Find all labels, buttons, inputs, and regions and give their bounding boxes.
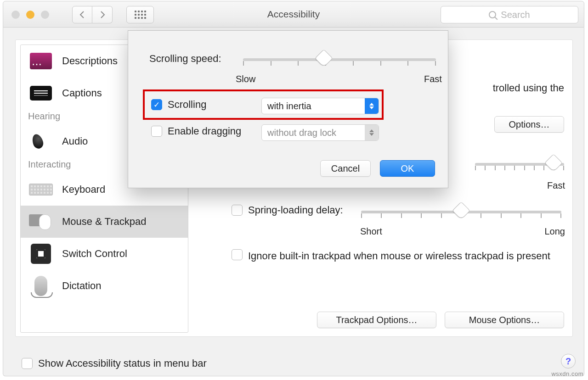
forward-button[interactable]: [92, 6, 113, 23]
dragging-mode-popup: without drag lock: [261, 124, 379, 141]
scrolling-mode-value: with inertia: [267, 101, 311, 112]
close-icon[interactable]: [11, 11, 20, 19]
help-button[interactable]: ?: [561, 354, 576, 369]
mouse-trackpad-icon: [28, 212, 54, 231]
mouse-keys-options-button[interactable]: Options…: [494, 116, 564, 133]
enable-dragging-checkbox[interactable]: [151, 126, 162, 137]
spring-loading-checkbox[interactable]: [232, 205, 243, 216]
search-placeholder: Search: [501, 10, 530, 20]
sidebar-item-label: Dictation: [62, 280, 102, 292]
mouse-options-button[interactable]: Mouse Options…: [445, 312, 564, 328]
captions-icon: [28, 84, 54, 103]
dragging-mode-value: without drag lock: [267, 128, 336, 138]
sidebar-item-label: Descriptions: [62, 55, 118, 67]
slider-label-short: Short: [360, 226, 382, 237]
scrolling-speed-label: Scrolling speed:: [149, 53, 221, 65]
chevron-updown-icon: [365, 125, 379, 140]
audio-icon: [28, 132, 54, 151]
back-button[interactable]: [72, 6, 92, 23]
cancel-button[interactable]: Cancel: [320, 160, 371, 177]
trackpad-options-button[interactable]: Trackpad Options…: [317, 312, 436, 328]
enable-dragging-label: Enable dragging: [168, 125, 241, 137]
show-status-checkbox[interactable]: [22, 358, 33, 369]
titlebar: Accessibility Search: [3, 1, 584, 28]
sidebar-item-switch-control[interactable]: Switch Control: [21, 238, 188, 270]
slider-label-fast: Fast: [424, 74, 442, 84]
window: Accessibility Search Descriptions Captio…: [0, 0, 588, 380]
keyboard-icon: [28, 180, 54, 199]
trackpad-options-sheet: Scrolling speed: Slow Fast Scrolling wit…: [128, 30, 448, 188]
ok-button[interactable]: OK: [380, 160, 435, 177]
minimize-icon[interactable]: [26, 11, 34, 19]
ignore-trackpad-label: Ignore built-in trackpad when mouse or w…: [248, 249, 550, 263]
grid-icon: [135, 11, 146, 19]
partial-text: trolled using the: [493, 82, 564, 94]
sidebar-item-label: Switch Control: [62, 248, 127, 260]
zoom-icon[interactable]: [41, 11, 49, 19]
show-all-button[interactable]: [126, 6, 154, 23]
spring-loading-label: Spring-loading delay:: [248, 204, 343, 216]
chevron-updown-icon: [365, 98, 379, 114]
sidebar-item-label: Captions: [62, 87, 102, 99]
footer: Show Accessibility status in menu bar: [22, 358, 207, 369]
scrolling-checkbox[interactable]: [151, 99, 162, 110]
descriptions-icon: [28, 51, 54, 71]
ignore-trackpad-checkbox[interactable]: [232, 249, 243, 260]
sidebar-item-label: Mouse & Trackpad: [62, 216, 146, 228]
search-field[interactable]: Search: [441, 6, 578, 23]
dictation-icon: [28, 276, 54, 296]
sidebar-item-mouse-trackpad[interactable]: Mouse & Trackpad: [21, 206, 188, 238]
scrolling-checkbox-label: Scrolling: [168, 99, 206, 111]
watermark: wsxdn.com: [551, 370, 583, 377]
sidebar-item-dictation[interactable]: Dictation: [21, 270, 188, 302]
switch-control-icon: [28, 244, 54, 263]
slider-label-fast: Fast: [547, 180, 565, 191]
slider-label-slow: Slow: [236, 74, 255, 84]
slider-label-long: Long: [545, 226, 565, 237]
show-status-label: Show Accessibility status in menu bar: [38, 358, 207, 369]
scrolling-mode-popup[interactable]: with inertia: [261, 98, 379, 114]
nav-segment: [72, 6, 113, 23]
sidebar-item-label: Keyboard: [62, 184, 105, 196]
traffic-lights: [11, 11, 49, 19]
search-icon: [489, 11, 496, 18]
sidebar-item-label: Audio: [62, 135, 88, 147]
